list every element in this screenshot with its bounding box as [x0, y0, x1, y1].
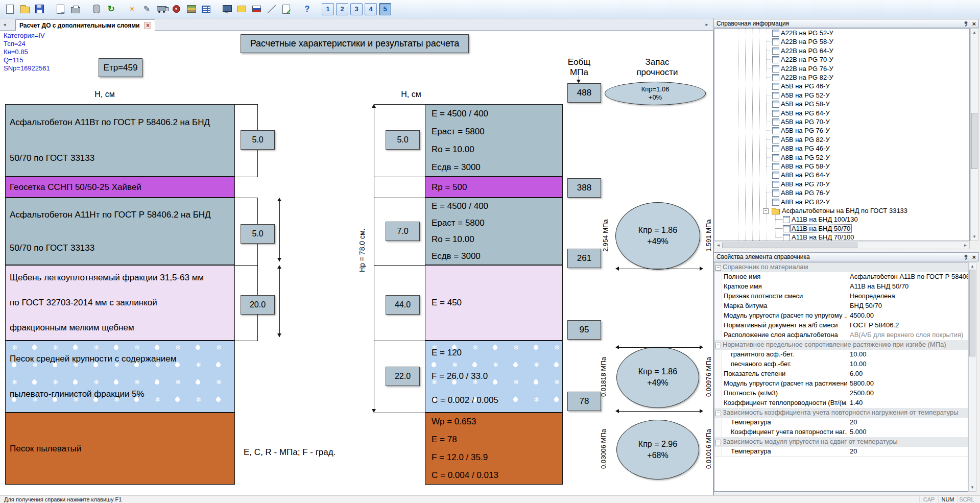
property-row[interactable]: Показатель степени6.00 [714, 369, 968, 379]
category-expander-icon[interactable]: − [715, 343, 721, 348]
tree-item[interactable]: А5В на PG 52-У [714, 91, 969, 100]
tree-item[interactable]: А22В на PG 64-У [714, 46, 969, 55]
property-row[interactable]: Модуль упругости (расчет по упругому ...… [714, 311, 968, 321]
layer-right-asphalt-top[interactable]: E = 4500 / 400Ераст = 5800Ro = 10.00Есдв… [425, 104, 563, 177]
scroll-left-icon[interactable]: ◄ [715, 242, 722, 249]
layer-left-sand-silty[interactable]: Песок пылеватый [5, 413, 235, 485]
reference-panel-close-icon[interactable]: × [972, 21, 976, 27]
property-value[interactable]: Асфальтобетон А11В по ГОСТ Р 58406.2 н..… [847, 272, 968, 282]
tree-vertical-scrollbar-thumb[interactable] [971, 113, 977, 169]
property-row[interactable]: Коэффициент теплопроводности (Вт/(м...1.… [714, 398, 968, 409]
tree-item[interactable]: А5В на PG 70-У [714, 117, 969, 126]
toolbar-button-help[interactable]: ? [300, 2, 314, 16]
tab-close-button[interactable]: × [144, 22, 151, 29]
property-value[interactable]: 5.000 [847, 427, 968, 437]
property-row[interactable]: песчаного асф.-бет.10.00 [714, 360, 968, 370]
category-expander-icon[interactable]: − [715, 265, 721, 271]
tree-item[interactable]: А22В на PG 76-У [714, 64, 969, 73]
tree-item[interactable]: А5В на PG 82-У [714, 135, 969, 144]
property-row[interactable]: Коэффициент учета повторности наг...5.00… [714, 427, 968, 438]
property-row[interactable]: Признак плотности смесиНеопределена [714, 292, 968, 302]
property-value[interactable]: Неопределена [847, 292, 968, 301]
toolbar-button-verify-report[interactable] [279, 2, 293, 16]
tree-horizontal-scrollbar-thumb[interactable] [722, 243, 857, 248]
tree-item[interactable]: А8В на PG 76-У [714, 188, 969, 197]
toolbar-button-export-report[interactable] [54, 2, 67, 16]
layer-left-sand-medium[interactable]: Песок средней крупности с содержаниемпыл… [5, 341, 235, 413]
property-value[interactable]: 2500.00 [847, 389, 968, 398]
scroll-up-icon[interactable]: ▲ [971, 29, 978, 36]
property-row[interactable]: Плотность (кг/м3)2500.00 [714, 389, 968, 399]
tree-item[interactable]: А11В на БНД 100/130 [714, 215, 969, 224]
tab-scroll-right-button[interactable]: ► [703, 20, 710, 29]
property-value[interactable]: ГОСТ Р 58406.2 [847, 321, 968, 330]
pin-icon[interactable] [963, 21, 969, 27]
layer-right-sand-medium[interactable]: E = 120F = 26.0 / 33.0C = 0.002 / 0.005❄… [425, 341, 563, 413]
toolbar-view-button-3[interactable]: 3 [350, 3, 363, 15]
toolbar-button-open-folder[interactable] [18, 2, 32, 16]
layer-left-asphalt-bottom[interactable]: Асфальтобетон А11Нт по ГОСТ Р 58406.2 на… [5, 198, 235, 265]
toolbar-button-region-flag[interactable] [250, 2, 264, 16]
tree-horizontal-scrollbar[interactable]: ◄ ► [714, 242, 970, 249]
property-value[interactable]: 1.40 [847, 398, 968, 408]
toolbar-button-new-document[interactable] [3, 2, 17, 16]
scroll-right-icon[interactable]: ► [962, 242, 969, 249]
property-row[interactable]: Краткое имяА11В на БНД 50/70 [714, 282, 968, 292]
toolbar-button-results-table[interactable] [199, 2, 213, 16]
layer-left-crushed-stone[interactable]: Щебень легкоуплотняемый фракции 31,5-63 … [5, 265, 235, 341]
property-value[interactable]: АВ(А/Б для верхнего слоя покрытия) [847, 330, 968, 340]
tree-item[interactable]: А22В на PG 70-У [714, 55, 969, 64]
tree-item[interactable]: А8В на PG 64-У [714, 171, 969, 179]
toolbar-button-print[interactable] [68, 2, 82, 16]
tree-item[interactable]: А22В на PG 82-У [714, 73, 969, 82]
toolbar-view-button-2[interactable]: 2 [336, 3, 348, 15]
tree-item[interactable]: А5В на PG 46-У [714, 82, 969, 90]
tree-item[interactable]: −Асфальтобетоны на БНД по ГОСТ 33133 [714, 206, 969, 215]
properties-vertical-scrollbar-thumb[interactable] [969, 270, 975, 356]
toolbar-view-button-4[interactable]: 4 [365, 3, 377, 15]
property-row[interactable]: Модуль упругости (расчет на растяжени...… [714, 379, 968, 389]
layer-left-geogrid[interactable]: Геосетка ССНП 50/50-25 Хайвей [5, 177, 235, 198]
toolbar-button-traffic-load[interactable] [155, 2, 169, 16]
property-value[interactable]: 6.00 [847, 369, 968, 379]
layer-right-sand-silty[interactable]: Wp = 0.653E = 78F = 12.0 / 35.9C = 0.004… [425, 413, 563, 485]
tree-item[interactable]: А11В на БНД 70/100 [714, 233, 969, 241]
tree-item[interactable]: А11В на БНД 50/70 [714, 224, 969, 233]
property-value[interactable]: 4500.00 [847, 311, 968, 321]
scroll-down-icon[interactable]: ▼ [971, 233, 978, 240]
tree-item[interactable]: А8В на PG 82-У [714, 198, 969, 206]
tab-scroll-left-button[interactable]: ◄ [1, 20, 8, 29]
property-row[interactable]: Температура20 [714, 418, 968, 428]
tree-item[interactable]: А22В на PG 58-У [714, 37, 969, 46]
property-row[interactable]: Нормативный документ на а/б смесиГОСТ Р … [714, 321, 968, 331]
category-expander-icon[interactable]: − [715, 440, 721, 445]
property-value[interactable]: 20 [847, 447, 968, 457]
property-row[interactable]: Расположение слоя асфальтобетонаАВ(А/Б д… [714, 330, 968, 341]
layer-right-crushed-stone[interactable]: E = 450 [425, 265, 563, 341]
toolbar-button-snapshot[interactable] [235, 2, 249, 16]
property-value[interactable]: 10.00 [847, 360, 968, 369]
tree-item[interactable]: А5В на PG 76-У [714, 126, 969, 135]
toolbar-view-button-5[interactable]: 5 [379, 3, 391, 15]
property-row[interactable]: Температура20 [714, 447, 968, 457]
layer-left-asphalt-top[interactable]: Асфальтобетон А11Вт по ГОСТ Р 58406.2 на… [5, 104, 235, 177]
layer-right-asphalt-bottom[interactable]: E = 4500 / 400Ераст = 5800Ro = 10.00Есдв… [425, 198, 563, 265]
property-category-row[interactable]: −Зависимость коэффициента учета повторно… [714, 408, 968, 418]
property-row[interactable]: Полное имяАсфальтобетон А11В по ГОСТ Р 5… [714, 272, 968, 282]
toolbar-button-refresh-calculation[interactable]: ↻ [104, 2, 118, 16]
toolbar-button-draw-line[interactable] [265, 2, 278, 16]
toolbar-button-climate-conditions[interactable]: ☀ [125, 2, 139, 16]
scroll-down-icon[interactable]: ▼ [969, 484, 976, 491]
property-value[interactable]: БНД 50/70 [847, 301, 968, 311]
tree-item[interactable]: А8В на PG 58-У [714, 162, 969, 171]
tree-vertical-scrollbar[interactable]: ▲ ▼ [970, 28, 978, 241]
tree-item[interactable]: А5В на PG 58-У [714, 100, 969, 108]
property-value[interactable]: 20 [847, 418, 968, 427]
pin-icon[interactable] [963, 254, 969, 260]
toolbar-button-screen-view[interactable] [220, 2, 234, 16]
toolbar-button-materials-database[interactable] [89, 2, 103, 16]
scroll-up-icon[interactable]: ▲ [969, 263, 976, 270]
property-category-row[interactable]: −Нормативное предельное сопротивление ра… [714, 340, 968, 350]
property-value[interactable]: 5800.00 [847, 379, 968, 389]
tree-item[interactable]: А8В на PG 70-У [714, 180, 969, 188]
